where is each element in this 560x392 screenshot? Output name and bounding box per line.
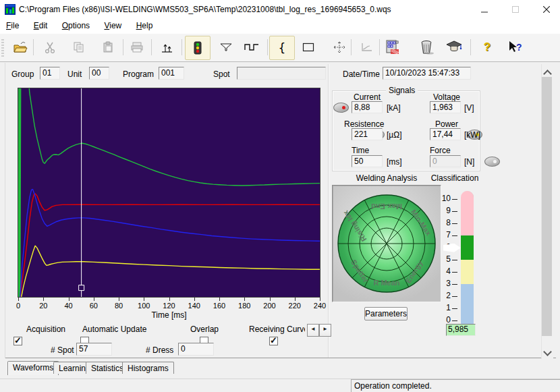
force-led (484, 157, 500, 167)
spot-label: Spot (213, 69, 230, 79)
close-button[interactable] (533, 0, 560, 19)
paste-icon (102, 41, 114, 53)
scale-axes-button[interactable] (155, 36, 179, 59)
classification-tick-label: 1 (435, 303, 451, 312)
x-tick-mark (18, 298, 19, 301)
voltage-unit: [V] (464, 103, 474, 113)
table-calc-button[interactable] (381, 36, 405, 59)
dress-count-field[interactable]: 0 (178, 343, 214, 356)
classification-tick-label: 7 (435, 230, 451, 240)
program-field[interactable]: 001 (159, 67, 184, 80)
scroll-down-icon[interactable] (544, 347, 551, 357)
zoom-box-button[interactable] (296, 36, 320, 59)
help-icon: ? (484, 40, 491, 54)
receiving-curves-checkbox[interactable] (269, 337, 278, 345)
classification-tick-mark (452, 284, 457, 285)
acquisition-label: Acquisition (26, 325, 65, 334)
graduation-cap-icon (446, 40, 462, 55)
x-tick-label: 20 (39, 302, 47, 310)
print-button[interactable] (125, 36, 149, 59)
curly-brace-icon: { (279, 41, 286, 55)
maximize-button[interactable] (502, 0, 529, 19)
x-tick-label: 240 (314, 302, 326, 310)
parameters-button[interactable]: Parameters (364, 307, 408, 320)
x-tick-label: 160 (213, 302, 225, 310)
acquisition-checkbox[interactable] (13, 337, 22, 345)
welding-analysis-dial: Max-End Min-Max Energy R Mean Spatter Ri… (332, 185, 441, 302)
receiving-curves-label: Receiving Curves (249, 325, 305, 334)
status-message: Operation completed. (351, 379, 560, 392)
panel-divider (328, 64, 329, 358)
classification-tick-mark (452, 320, 457, 321)
open-folder-icon (13, 41, 28, 53)
classification-tick-mark (452, 308, 457, 309)
classification-tick-mark (452, 260, 457, 260)
x-tick-label: 60 (90, 302, 98, 310)
x-tick-label: 120 (163, 302, 175, 310)
datetime-field[interactable]: 10/10/2023 15:47:33 (383, 67, 471, 80)
welding-analysis-title: Welding Analysis (337, 173, 436, 183)
classification-tick-mark (452, 296, 457, 297)
toolbar: { (0, 34, 560, 62)
open-button[interactable] (8, 36, 32, 59)
paste-button[interactable] (96, 36, 120, 59)
copy-icon (73, 41, 85, 53)
group-field[interactable]: 01 (40, 67, 60, 80)
spot-count-field[interactable]: 57 (76, 343, 112, 356)
x-tick-mark (43, 298, 44, 301)
classification-tick-label: 4 (435, 267, 451, 276)
tab-waveforms[interactable]: Waveforms (7, 361, 59, 375)
minimize-button[interactable] (471, 0, 498, 19)
x-tick-mark (194, 298, 195, 301)
x-tick-label: 40 (64, 302, 72, 310)
group-label: Group (11, 69, 34, 79)
copy-button[interactable] (67, 36, 91, 59)
classification-thermometer (461, 191, 474, 329)
time-field: 50 (352, 155, 383, 167)
classification-tick-label: 8 (435, 218, 451, 227)
square-wave-button[interactable] (240, 36, 264, 59)
auto-scale-button[interactable] (354, 36, 379, 59)
menu-help[interactable]: Help (130, 19, 159, 32)
funnel-icon (219, 42, 233, 53)
help-button[interactable]: ? (475, 36, 499, 59)
context-help-button[interactable]: ? (503, 36, 527, 59)
curly-brace-button[interactable]: { (269, 36, 295, 60)
x-tick-mark (94, 298, 94, 301)
scrollbar-thumb[interactable] (542, 77, 552, 336)
previous-curve-button[interactable]: ◄ (307, 324, 319, 337)
filter-button[interactable] (214, 36, 238, 59)
unit-field[interactable]: 00 (89, 67, 109, 80)
context-help-icon: ? (507, 40, 523, 54)
overlap-label: Overlap (190, 325, 219, 334)
menu-file[interactable]: File (0, 19, 25, 32)
menu-edit[interactable]: Edit (28, 19, 54, 32)
classification-tick-mark (452, 272, 457, 273)
x-axis-title: Time [ms] (18, 310, 320, 320)
x-tick-label: 180 (238, 302, 250, 310)
current-label: Current (344, 92, 390, 102)
delete-button[interactable] (415, 36, 439, 59)
x-tick-mark (144, 298, 144, 301)
classification-segment (461, 191, 474, 235)
waveform-plot[interactable] (18, 88, 320, 298)
window-title: C:\Program Files (x86)\ISI-WELDING\WMS50… (19, 5, 391, 14)
x-tick-mark (295, 298, 296, 301)
signals-legend: Signals (386, 86, 418, 95)
menu-options[interactable]: Options (56, 19, 96, 32)
learning-button[interactable] (442, 36, 466, 59)
unit-label: Unit (67, 69, 82, 79)
classification-tick-label: 5 (435, 254, 451, 264)
menu-view[interactable]: View (98, 19, 128, 32)
resistence-label: Resistence (344, 119, 398, 129)
next-curve-button[interactable]: ► (319, 324, 331, 337)
traffic-light-button[interactable] (185, 36, 211, 60)
power-field: 17,44 (430, 128, 461, 140)
classification-value: 5,985 (446, 324, 476, 336)
classification-tick-label: 0 (435, 315, 451, 325)
x-tick-mark (320, 298, 320, 301)
tab-histograms[interactable]: Histograms (122, 362, 174, 374)
pan-move-button[interactable] (327, 36, 352, 59)
spot-field[interactable] (237, 67, 326, 80)
cut-button[interactable] (38, 36, 62, 59)
